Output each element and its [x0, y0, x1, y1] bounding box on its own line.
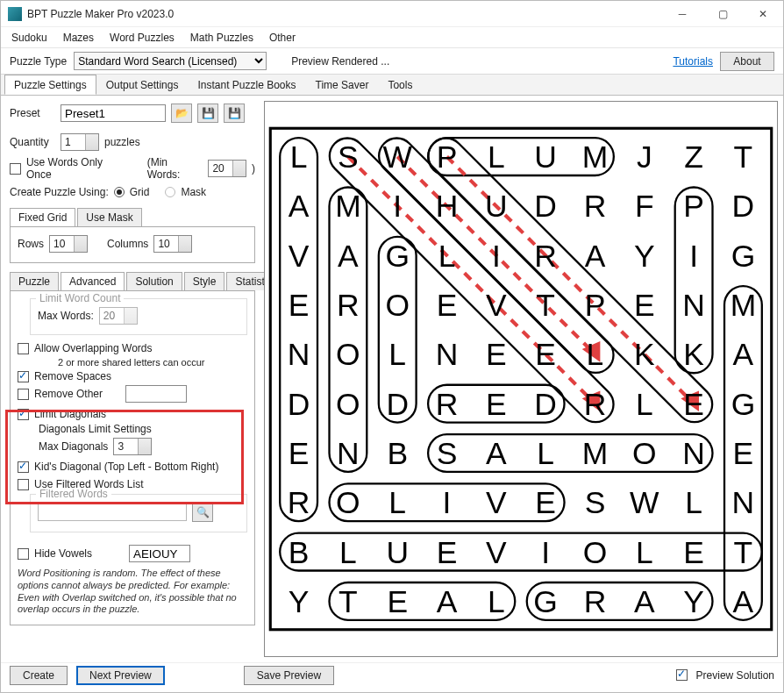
svg-text:B: B: [289, 535, 310, 570]
next-preview-button[interactable]: Next Preview: [76, 666, 165, 685]
kids-diagonal-label: Kid's Diagonal (Top Left - Bottom Right): [34, 461, 218, 473]
create-using-grid-radio[interactable]: [114, 187, 125, 197]
subtab-advanced[interactable]: Advanced: [61, 272, 125, 290]
menu-sudoku[interactable]: Sudoku: [11, 32, 47, 44]
open-preset-button[interactable]: 📂: [171, 104, 192, 123]
svg-text:A: A: [338, 239, 359, 274]
use-filtered-list-checkbox[interactable]: [18, 479, 29, 490]
tab-puzzle-settings[interactable]: Puzzle Settings: [4, 75, 96, 95]
remove-other-checkbox[interactable]: [18, 389, 29, 400]
svg-text:E: E: [634, 288, 655, 323]
advanced-footnote: Word Positioning is random. The effect o…: [18, 568, 247, 616]
hide-vowels-input[interactable]: [129, 545, 190, 562]
svg-text:I: I: [492, 239, 501, 274]
puzzle-type-label: Puzzle Type: [10, 55, 67, 68]
svg-text:L: L: [438, 239, 456, 274]
svg-text:P: P: [437, 139, 458, 175]
browse-filtered-words-button[interactable]: 🔍: [192, 503, 213, 522]
preview-solution-label: Preview Solution: [696, 669, 774, 682]
menu-wordpuzzles[interactable]: Word Puzzles: [110, 32, 175, 44]
svg-text:L: L: [587, 337, 604, 372]
hide-vowels-checkbox[interactable]: [18, 548, 29, 560]
kids-diagonal-checkbox[interactable]: [18, 461, 29, 473]
tab-tools[interactable]: Tools: [378, 75, 422, 95]
remove-spaces-checkbox[interactable]: [18, 371, 29, 382]
create-button[interactable]: Create: [10, 666, 68, 685]
tab-output-settings[interactable]: Output Settings: [96, 75, 189, 95]
svg-text:E: E: [683, 535, 704, 570]
tab-instant-books[interactable]: Instant Puzzle Books: [188, 75, 305, 95]
create-using-mask-label: Mask: [181, 186, 206, 198]
rows-stepper[interactable]: 10: [49, 235, 88, 253]
svg-text:Y: Y: [289, 584, 310, 619]
quantity-label: Quantity: [10, 136, 55, 148]
tab-use-mask[interactable]: Use Mask: [77, 208, 141, 226]
titlebar: BPT Puzzle Maker Pro v2023.0 ─ ▢ ✕: [1, 1, 783, 27]
puzzle-type-select[interactable]: Standard Word Search (Licensed): [74, 52, 267, 70]
allow-overlap-label: Allow Overlapping Words: [34, 342, 153, 354]
svg-text:E: E: [733, 436, 754, 471]
left-pane: Preset 📂 💾 💾 Quantity 1 puzzles Use Word…: [1, 96, 264, 662]
allow-overlap-checkbox[interactable]: [18, 343, 29, 354]
svg-text:N: N: [732, 485, 755, 520]
max-diagonals-stepper[interactable]: 3: [113, 438, 152, 455]
quantity-stepper[interactable]: 1: [61, 133, 99, 151]
svg-text:L: L: [339, 535, 357, 570]
svg-text:O: O: [385, 288, 410, 323]
menu-other[interactable]: Other: [269, 32, 296, 44]
svg-text:E: E: [535, 337, 556, 372]
tab-fixed-grid[interactable]: Fixed Grid: [10, 208, 75, 226]
preview-solution-checkbox[interactable]: [676, 669, 688, 681]
tutorials-link[interactable]: Tutorials: [673, 55, 713, 68]
save-preview-button[interactable]: Save Preview: [244, 666, 334, 685]
puzzle-preview: LSWPLUMJZTAMIHUDRFPDVAGLIRAYIGEROEVTPENM…: [264, 101, 778, 657]
svg-text:L: L: [488, 584, 505, 619]
svg-text:E: E: [683, 387, 704, 422]
svg-text:A: A: [437, 584, 458, 619]
window-maximize-button[interactable]: ▢: [702, 1, 743, 27]
svg-text:D: D: [534, 189, 557, 224]
window-minimize-button[interactable]: ─: [662, 1, 702, 27]
min-words-stepper[interactable]: 20: [208, 160, 246, 177]
limit-diagonals-label: Limit Diagonals: [34, 408, 106, 420]
svg-text:L: L: [636, 535, 653, 570]
svg-text:E: E: [289, 288, 310, 323]
window-close-button[interactable]: ✕: [743, 1, 783, 27]
svg-text:I: I: [443, 485, 452, 520]
svg-text:P: P: [585, 288, 606, 323]
svg-text:R: R: [436, 387, 459, 422]
svg-text:M: M: [582, 139, 609, 175]
svg-text:T: T: [536, 288, 555, 323]
svg-text:G: G: [385, 239, 410, 274]
svg-text:R: R: [534, 239, 557, 274]
limit-diagonals-checkbox[interactable]: [18, 409, 29, 420]
max-words-label: Max Words:: [38, 310, 94, 322]
subtab-statistics[interactable]: Statistics: [226, 272, 264, 290]
use-words-once-checkbox[interactable]: [10, 163, 21, 175]
filtered-words-input: [38, 504, 187, 521]
svg-text:O: O: [336, 387, 360, 422]
remove-other-input[interactable]: [125, 385, 187, 403]
create-using-label: Create Puzzle Using:: [10, 186, 109, 198]
save-preset-button[interactable]: 💾: [197, 104, 218, 123]
svg-text:B: B: [387, 436, 408, 471]
svg-text:O: O: [336, 485, 360, 520]
svg-text:L: L: [537, 436, 554, 471]
save-preset-as-button[interactable]: 💾: [224, 104, 245, 123]
subtab-puzzle[interactable]: Puzzle: [10, 272, 59, 290]
menu-mazes[interactable]: Mazes: [63, 32, 94, 44]
svg-text:E: E: [535, 485, 556, 520]
preset-input[interactable]: [61, 104, 166, 122]
min-words-close: ): [252, 162, 255, 175]
cols-stepper[interactable]: 10: [153, 235, 192, 253]
subtab-solution[interactable]: Solution: [126, 272, 182, 290]
svg-text:Y: Y: [634, 239, 655, 274]
svg-text:L: L: [388, 337, 406, 372]
subtab-style[interactable]: Style: [184, 272, 225, 290]
tab-time-saver[interactable]: Time Saver: [306, 75, 379, 95]
settings-subtabs: Puzzle Advanced Solution Style Statistic…: [10, 272, 255, 290]
about-button[interactable]: About: [720, 52, 774, 71]
svg-text:V: V: [486, 485, 507, 520]
menu-mathpuzzles[interactable]: Math Puzzles: [190, 32, 253, 44]
svg-text:O: O: [583, 535, 608, 570]
